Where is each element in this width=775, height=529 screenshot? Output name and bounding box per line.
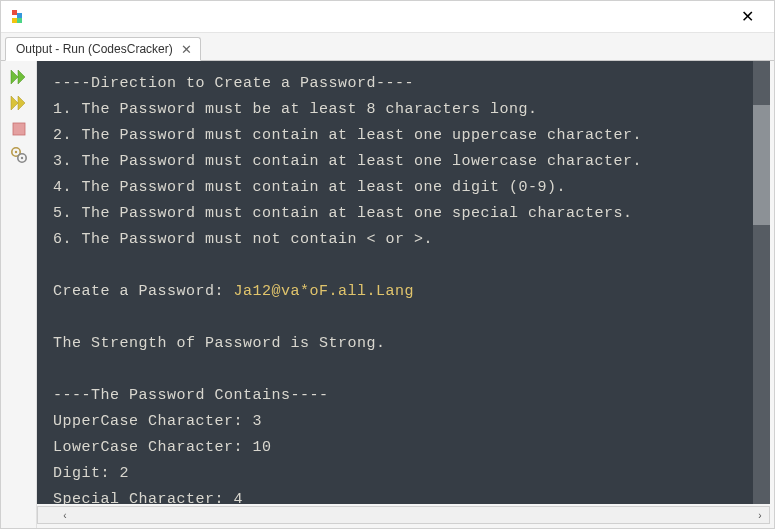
ide-output-window: ✕ Output - Run (CodesCracker) ✕	[0, 0, 775, 529]
console-line: Create a Password: Ja12@va*oF.all.Lang	[53, 279, 754, 305]
close-icon: ✕	[741, 7, 754, 26]
console-line: 6. The Password must not contain < or >.	[53, 227, 754, 253]
svg-point-12	[20, 157, 22, 159]
svg-marker-6	[11, 96, 18, 110]
svg-marker-4	[11, 70, 18, 84]
gutter-toolbar	[1, 61, 37, 528]
scroll-left-arrow-icon[interactable]: ‹	[56, 507, 74, 523]
console-line: LowerCase Character: 10	[53, 435, 754, 461]
horizontal-scrollbar[interactable]: ‹ ›	[37, 506, 770, 524]
console-wrap: ----Direction to Create a Password----1.…	[37, 61, 774, 528]
scroll-right-arrow-icon[interactable]: ›	[751, 507, 769, 523]
stop-icon[interactable]	[8, 119, 30, 139]
console-line: The Strength of Password is Strong.	[53, 331, 754, 357]
console-text: Create a Password:	[53, 283, 234, 300]
tab-strip: Output - Run (CodesCracker) ✕	[1, 33, 774, 61]
console-line: 4. The Password must contain at least on…	[53, 175, 754, 201]
rerun-icon[interactable]	[8, 67, 30, 87]
console-highlight: Ja12@va*oF.all.Lang	[234, 283, 415, 300]
rerun-alt-icon[interactable]	[8, 93, 30, 113]
svg-rect-2	[12, 18, 17, 23]
svg-marker-5	[18, 70, 25, 84]
console-line: UpperCase Character: 3	[53, 409, 754, 435]
console-line: 2. The Password must contain at least on…	[53, 123, 754, 149]
svg-rect-0	[12, 10, 17, 15]
console-line: 5. The Password must contain at least on…	[53, 201, 754, 227]
svg-rect-3	[17, 18, 22, 23]
console-line	[53, 305, 754, 331]
tab-label: Output - Run (CodesCracker)	[16, 42, 173, 56]
svg-rect-8	[13, 123, 25, 135]
console-line	[53, 357, 754, 383]
svg-point-10	[14, 151, 16, 153]
svg-marker-7	[18, 96, 25, 110]
svg-rect-1	[17, 13, 22, 18]
vertical-scrollbar[interactable]	[753, 61, 770, 504]
body-row: ----Direction to Create a Password----1.…	[1, 61, 774, 528]
scroll-track[interactable]	[74, 507, 751, 523]
titlebar: ✕	[1, 1, 774, 33]
vertical-scroll-thumb[interactable]	[753, 105, 770, 225]
console-line: ----Direction to Create a Password----	[53, 71, 754, 97]
console-output[interactable]: ----Direction to Create a Password----1.…	[37, 61, 770, 504]
window-close-button[interactable]: ✕	[725, 2, 770, 32]
tab-close-icon[interactable]: ✕	[179, 42, 194, 57]
console-line: ----The Password Contains----	[53, 383, 754, 409]
tab-output-run[interactable]: Output - Run (CodesCracker) ✕	[5, 37, 201, 61]
console-line: Digit: 2	[53, 461, 754, 487]
app-icon	[9, 9, 25, 25]
console-line	[53, 253, 754, 279]
console-line: 3. The Password must contain at least on…	[53, 149, 754, 175]
console-line: 1. The Password must be at least 8 chara…	[53, 97, 754, 123]
console-line: Special Character: 4	[53, 487, 754, 504]
settings-icon[interactable]	[8, 145, 30, 165]
